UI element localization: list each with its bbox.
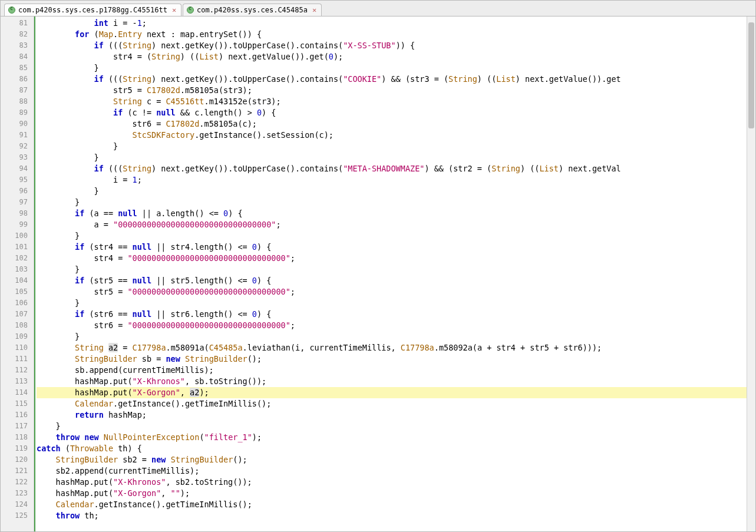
tab-label: com.p420ss.sys.ces.C45485a xyxy=(197,6,308,14)
line-number: 109 xyxy=(1,331,34,342)
line-number: 84 xyxy=(1,51,34,62)
line-number: 93 xyxy=(1,152,34,163)
code-area[interactable]: int i = -1; for (Map.Entry next : map.en… xyxy=(34,16,755,531)
code-line[interactable]: sb2.append(currentTimeMillis); xyxy=(37,465,755,477)
code-line[interactable]: str5 = C17802d.m58105a(str3); xyxy=(37,85,755,96)
code-line[interactable]: StringBuilder sb2 = new StringBuilder(); xyxy=(37,454,755,465)
tab-label: com.p420ss.sys.ces.p1788gg.C45516tt xyxy=(18,6,167,14)
class-icon xyxy=(8,6,15,14)
line-number: 121 xyxy=(1,465,34,477)
line-number: 88 xyxy=(1,96,34,107)
line-number: 96 xyxy=(1,186,34,197)
code-line[interactable]: str5 = "00000000000000000000000000000000… xyxy=(37,286,755,298)
tab-c45516tt[interactable]: com.p420ss.sys.ces.p1788gg.C45516tt ✕ xyxy=(4,4,181,16)
line-number: 112 xyxy=(1,365,34,376)
code-line[interactable]: } xyxy=(37,421,755,432)
code-line[interactable]: str4 = "00000000000000000000000000000000… xyxy=(37,253,755,264)
code-line[interactable]: String a2 = C17798a.m58091a(C45485a.levi… xyxy=(37,342,755,353)
vertical-scrollbar[interactable] xyxy=(747,16,755,531)
code-line[interactable]: if (((String) next.getKey()).toUpperCase… xyxy=(37,74,755,85)
code-line[interactable]: hashMap.put("X-Khronos", sb2.toString())… xyxy=(37,477,755,488)
code-line[interactable]: a = "00000000000000000000000000000000"; xyxy=(37,219,755,230)
line-number: 94 xyxy=(1,163,34,174)
line-number: 119 xyxy=(1,443,34,454)
editor-area: 8182838485868788899091929394959697989910… xyxy=(1,16,755,531)
code-line[interactable]: if (str5 == null || str5.length() <= 0) … xyxy=(37,275,755,286)
line-number: 106 xyxy=(1,298,34,309)
line-number: 116 xyxy=(1,409,34,421)
line-number: 104 xyxy=(1,275,34,286)
line-number: 108 xyxy=(1,320,34,331)
code-line[interactable]: for (Map.Entry next : map.entrySet()) { xyxy=(37,29,755,40)
line-number: 100 xyxy=(1,230,34,242)
scrollbar-thumb[interactable] xyxy=(748,22,754,128)
tab-bar: com.p420ss.sys.ces.p1788gg.C45516tt ✕ co… xyxy=(1,1,755,16)
code-line[interactable]: str6 = C17802d.m58105a(c); xyxy=(37,118,755,130)
code-line[interactable]: String c = C45516tt.m143152e(str3); xyxy=(37,96,755,107)
line-number: 124 xyxy=(1,499,34,510)
code-line[interactable]: hashMap.put("X-Khronos", sb.toString()); xyxy=(37,376,755,387)
line-number: 118 xyxy=(1,432,34,443)
code-line[interactable]: } xyxy=(37,141,755,152)
line-number: 90 xyxy=(1,118,34,130)
line-number: 111 xyxy=(1,353,34,365)
line-number: 87 xyxy=(1,85,34,96)
line-number: 122 xyxy=(1,477,34,488)
code-line[interactable]: Calendar.getInstance().getTimeInMillis()… xyxy=(37,499,755,510)
line-number: 86 xyxy=(1,74,34,85)
line-number: 102 xyxy=(1,253,34,264)
code-line[interactable]: int i = -1; xyxy=(37,18,755,29)
code-line[interactable]: sb.append(currentTimeMillis); xyxy=(37,365,755,376)
line-number: 125 xyxy=(1,510,34,521)
code-line[interactable]: } xyxy=(37,230,755,242)
line-number: 99 xyxy=(1,219,34,230)
line-number: 105 xyxy=(1,286,34,298)
code-line[interactable]: hashMap.put("X-Gorgon", a2); xyxy=(37,387,755,398)
close-icon[interactable]: ✕ xyxy=(172,6,176,14)
line-number: 115 xyxy=(1,398,34,409)
code-line[interactable]: hashMap.put("X-Gorgon", ""); xyxy=(37,488,755,499)
code-line[interactable]: if (str4 == null || str4.length() <= 0) … xyxy=(37,242,755,253)
code-line[interactable]: StcSDKFactory.getInstance().setSession(c… xyxy=(37,130,755,141)
code-line[interactable]: if (str6 == null || str6.length() <= 0) … xyxy=(37,309,755,320)
code-line[interactable]: Calendar.getInstance().getTimeInMillis()… xyxy=(37,398,755,409)
line-number: 98 xyxy=(1,208,34,219)
editor-frame: com.p420ss.sys.ces.p1788gg.C45516tt ✕ co… xyxy=(0,0,756,532)
line-number: 89 xyxy=(1,107,34,118)
line-number: 103 xyxy=(1,264,34,275)
line-number: 95 xyxy=(1,174,34,186)
line-number: 83 xyxy=(1,40,34,51)
code-line[interactable]: str6 = "00000000000000000000000000000000… xyxy=(37,320,755,331)
code-line[interactable]: } xyxy=(37,331,755,342)
code-line[interactable]: } xyxy=(37,264,755,275)
code-line[interactable]: } xyxy=(37,152,755,163)
code-line[interactable]: if (((String) next.getKey()).toUpperCase… xyxy=(37,40,755,51)
line-number: 85 xyxy=(1,62,34,74)
code-line[interactable]: if (a == null || a.length() <= 0) { xyxy=(37,208,755,219)
code-line[interactable]: } xyxy=(37,62,755,74)
code-line[interactable]: if (((String) next.getKey()).toUpperCase… xyxy=(37,163,755,174)
line-number: 113 xyxy=(1,376,34,387)
line-number: 91 xyxy=(1,130,34,141)
code-line[interactable]: i = 1; xyxy=(37,174,755,186)
code-line[interactable]: return hashMap; xyxy=(37,409,755,421)
line-number: 107 xyxy=(1,309,34,320)
line-number: 92 xyxy=(1,141,34,152)
line-number: 123 xyxy=(1,488,34,499)
code-line[interactable]: } xyxy=(37,197,755,208)
code-line[interactable]: catch (Throwable th) { xyxy=(37,443,755,454)
code-line[interactable]: throw th; xyxy=(37,510,755,521)
line-number-gutter: 8182838485868788899091929394959697989910… xyxy=(1,16,34,531)
code-line[interactable]: throw new NullPointerException("filter_1… xyxy=(37,432,755,443)
code-line[interactable]: } xyxy=(37,186,755,197)
line-number: 114 xyxy=(1,387,34,398)
code-line[interactable]: str4 = (String) ((List) next.getValue())… xyxy=(37,51,755,62)
close-icon[interactable]: ✕ xyxy=(312,6,316,14)
line-number: 82 xyxy=(1,29,34,40)
code-line[interactable]: if (c != null && c.length() > 0) { xyxy=(37,107,755,118)
code-line[interactable]: } xyxy=(37,298,755,309)
tab-c45485a[interactable]: com.p420ss.sys.ces.C45485a ✕ xyxy=(183,4,322,16)
code-line[interactable]: StringBuilder sb = new StringBuilder(); xyxy=(37,353,755,365)
line-number: 117 xyxy=(1,421,34,432)
class-icon xyxy=(187,6,194,14)
